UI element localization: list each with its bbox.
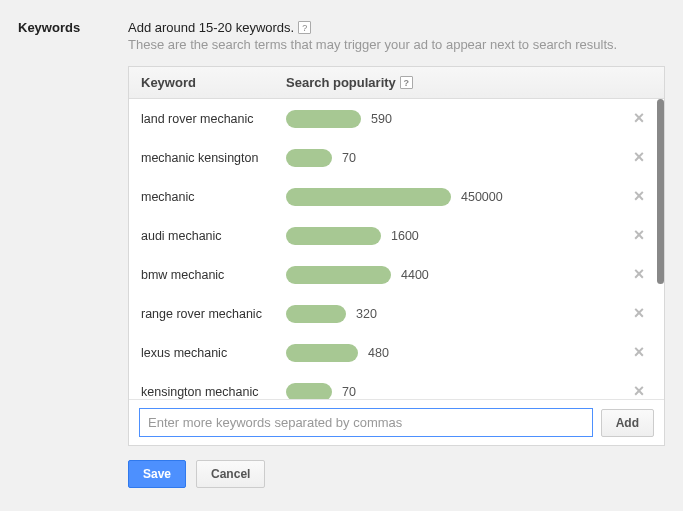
keyword-name: audi mechanic xyxy=(141,229,286,243)
keyword-name: kensington mechanic xyxy=(141,385,286,399)
add-keyword-row: Add xyxy=(129,399,664,445)
popularity-value: 1600 xyxy=(391,229,419,243)
popularity-bar xyxy=(286,227,381,245)
table-row: range rover mechanic320× xyxy=(129,294,664,333)
instruction-subtext: These are the search terms that may trig… xyxy=(128,37,665,52)
help-icon[interactable]: ? xyxy=(400,76,413,89)
table-row: land rover mechanic590× xyxy=(129,99,664,138)
popularity-cell: 320 xyxy=(286,305,626,323)
popularity-cell: 70 xyxy=(286,149,626,167)
remove-icon[interactable]: × xyxy=(626,108,652,129)
instruction-text: Add around 15-20 keywords. xyxy=(128,20,294,35)
actions-row: Save Cancel xyxy=(128,460,665,488)
remove-icon[interactable]: × xyxy=(626,342,652,363)
table-row: lexus mechanic480× xyxy=(129,333,664,372)
popularity-cell: 70 xyxy=(286,383,626,400)
popularity-cell: 450000 xyxy=(286,188,626,206)
popularity-cell: 4400 xyxy=(286,266,626,284)
table-row: kensington mechanic70× xyxy=(129,372,664,399)
popularity-bar xyxy=(286,110,361,128)
table-row: audi mechanic1600× xyxy=(129,216,664,255)
popularity-value: 590 xyxy=(371,112,392,126)
keyword-name: mechanic xyxy=(141,190,286,204)
table-row: mechanic450000× xyxy=(129,177,664,216)
keyword-name: bmw mechanic xyxy=(141,268,286,282)
header-keyword: Keyword xyxy=(141,75,286,90)
remove-icon[interactable]: × xyxy=(626,147,652,168)
popularity-value: 320 xyxy=(356,307,377,321)
popularity-bar xyxy=(286,188,451,206)
popularity-bar xyxy=(286,305,346,323)
keyword-name: mechanic kensington xyxy=(141,151,286,165)
keyword-name: lexus mechanic xyxy=(141,346,286,360)
table-header: Keyword Search popularity ? xyxy=(129,67,664,99)
scrollbar[interactable] xyxy=(657,99,664,284)
help-icon[interactable]: ? xyxy=(298,21,311,34)
popularity-cell: 480 xyxy=(286,344,626,362)
remove-icon[interactable]: × xyxy=(626,186,652,207)
table-row: bmw mechanic4400× xyxy=(129,255,664,294)
popularity-value: 70 xyxy=(342,385,356,399)
keyword-input[interactable] xyxy=(139,408,593,437)
add-button[interactable]: Add xyxy=(601,409,654,437)
save-button[interactable]: Save xyxy=(128,460,186,488)
keyword-name: range rover mechanic xyxy=(141,307,286,321)
popularity-bar xyxy=(286,344,358,362)
popularity-value: 4400 xyxy=(401,268,429,282)
popularity-value: 450000 xyxy=(461,190,503,204)
keyword-name: land rover mechanic xyxy=(141,112,286,126)
remove-icon[interactable]: × xyxy=(626,303,652,324)
popularity-bar xyxy=(286,149,332,167)
section-title: Keywords xyxy=(18,20,128,35)
keywords-panel: Keyword Search popularity ? land rover m… xyxy=(128,66,665,446)
popularity-cell: 590 xyxy=(286,110,626,128)
popularity-cell: 1600 xyxy=(286,227,626,245)
header-popularity: Search popularity xyxy=(286,75,396,90)
remove-icon[interactable]: × xyxy=(626,264,652,285)
popularity-bar xyxy=(286,266,391,284)
popularity-value: 70 xyxy=(342,151,356,165)
table-row: mechanic kensington70× xyxy=(129,138,664,177)
popularity-value: 480 xyxy=(368,346,389,360)
cancel-button[interactable]: Cancel xyxy=(196,460,265,488)
popularity-bar xyxy=(286,383,332,400)
remove-icon[interactable]: × xyxy=(626,381,652,399)
keywords-list: land rover mechanic590×mechanic kensingt… xyxy=(129,99,664,399)
remove-icon[interactable]: × xyxy=(626,225,652,246)
